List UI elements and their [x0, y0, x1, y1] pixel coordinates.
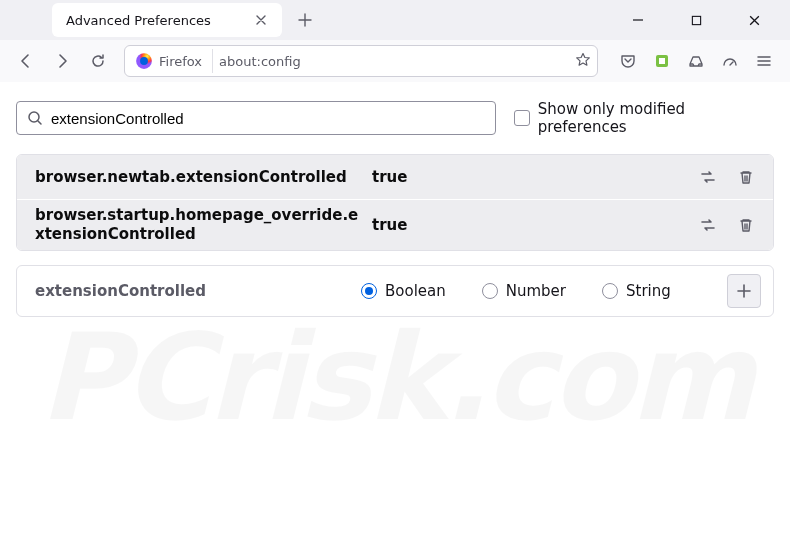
- titlebar: Advanced Preferences: [0, 0, 790, 40]
- new-preference-row: extensionControlled Boolean Number Strin…: [16, 265, 774, 317]
- pref-search-input[interactable]: [51, 110, 485, 127]
- window-minimize-button[interactable]: [616, 4, 660, 36]
- preference-name: browser.startup.homepage_override.extens…: [35, 206, 360, 244]
- radio-label: Number: [506, 282, 566, 300]
- new-tab-button[interactable]: [290, 5, 320, 35]
- svg-rect-4: [659, 58, 665, 64]
- back-button[interactable]: [10, 45, 42, 77]
- radio-icon: [482, 283, 498, 299]
- toggle-icon[interactable]: [693, 210, 723, 240]
- radio-label: String: [626, 282, 671, 300]
- radio-label: Boolean: [385, 282, 446, 300]
- preference-row[interactable]: browser.newtab.extensionControlled true: [17, 155, 773, 199]
- type-option-boolean[interactable]: Boolean: [361, 282, 446, 300]
- pocket-icon[interactable]: [612, 45, 644, 77]
- type-radio-group: Boolean Number String: [361, 282, 713, 300]
- radio-icon: [361, 283, 377, 299]
- tab-title: Advanced Preferences: [66, 13, 240, 28]
- extension-icon[interactable]: [646, 45, 678, 77]
- preference-name: browser.newtab.extensionControlled: [35, 168, 360, 187]
- nav-toolbar: Firefox about:config: [0, 40, 790, 82]
- svg-rect-0: [692, 16, 700, 24]
- radio-icon: [602, 283, 618, 299]
- app-menu-button[interactable]: [748, 45, 780, 77]
- checkbox-icon: [514, 110, 530, 126]
- delete-icon[interactable]: [731, 162, 761, 192]
- show-only-modified-toggle[interactable]: Show only modified preferences: [514, 100, 774, 136]
- type-option-string[interactable]: String: [602, 282, 671, 300]
- firefox-logo-icon: [135, 52, 153, 70]
- add-preference-button[interactable]: [727, 274, 761, 308]
- bookmark-star-icon[interactable]: [575, 52, 591, 71]
- inbox-icon[interactable]: [680, 45, 712, 77]
- reload-button[interactable]: [82, 45, 114, 77]
- preference-row[interactable]: browser.startup.homepage_override.extens…: [17, 199, 773, 250]
- pref-search-box[interactable]: [16, 101, 496, 135]
- preference-value: true: [372, 168, 681, 186]
- url-text: about:config: [219, 54, 569, 69]
- page-content: PCrisk.com Show only modified preference…: [0, 82, 790, 553]
- preference-list: browser.newtab.extensionControlled true …: [16, 154, 774, 251]
- delete-icon[interactable]: [731, 210, 761, 240]
- address-bar[interactable]: Firefox about:config: [124, 45, 598, 77]
- show-only-modified-label: Show only modified preferences: [538, 100, 774, 136]
- forward-button[interactable]: [46, 45, 78, 77]
- tab-close-icon[interactable]: [250, 9, 272, 31]
- gauge-icon[interactable]: [714, 45, 746, 77]
- window-close-button[interactable]: [732, 4, 776, 36]
- svg-point-2: [140, 57, 148, 65]
- browser-tab-active[interactable]: Advanced Preferences: [52, 3, 282, 37]
- window-maximize-button[interactable]: [674, 4, 718, 36]
- new-preference-name: extensionControlled: [35, 282, 347, 300]
- search-icon: [27, 110, 43, 126]
- type-option-number[interactable]: Number: [482, 282, 566, 300]
- brand-label: Firefox: [159, 54, 202, 69]
- site-identity-chip[interactable]: Firefox: [131, 49, 213, 73]
- preference-value: true: [372, 216, 681, 234]
- toggle-icon[interactable]: [693, 162, 723, 192]
